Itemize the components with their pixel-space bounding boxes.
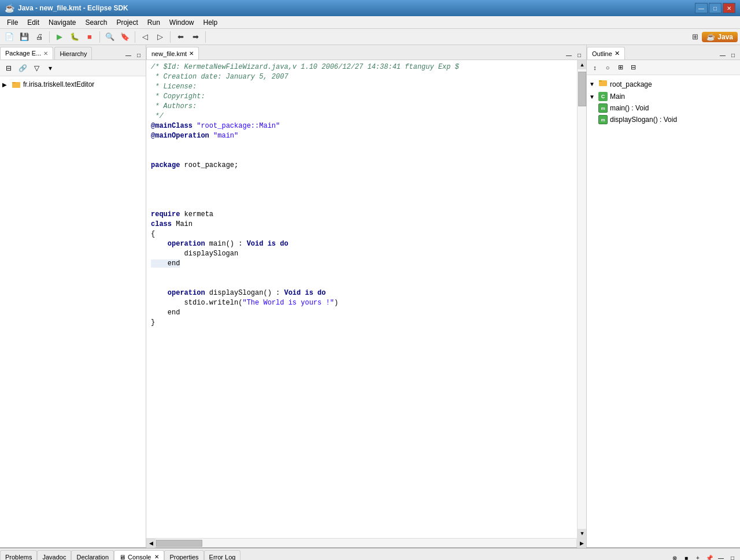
outline-method-main[interactable]: m main() : Void [587,102,740,114]
outline-collapse-btn[interactable]: ⊟ [627,62,639,73]
main-class-icon: C [598,92,608,101]
main-class-label: Main [610,92,625,101]
method-ds-icon: m [598,115,608,124]
pkg-explorer-label: Package E... [5,50,41,57]
tab-javadoc[interactable]: Javadoc [37,550,71,560]
menu-edit[interactable]: Edit [23,17,44,28]
hscroll-thumb[interactable] [156,540,202,547]
title-text: Java - new_file.kmt - Eclipse SDK [18,4,691,12]
scroll-down-btn[interactable]: ▼ [578,529,586,538]
outline-main-class[interactable]: ▼ C Main [587,91,740,102]
tb-run-button[interactable]: ▶ [53,31,66,43]
method-main-icon: m [598,103,608,113]
left-panel: Package E... ✕ Hierarchy — □ ⊟ 🔗 ▽ ▾ ▶ [0,45,146,547]
titlebar: ☕ Java - new_file.kmt - Eclipse SDK — □ … [0,0,740,16]
editor-hscrollbar[interactable]: ◀ ▶ [146,538,586,547]
main-container: Package E... ✕ Hierarchy — □ ⊟ 🔗 ▽ ▾ ▶ [0,45,740,547]
scroll-track[interactable] [578,69,586,529]
tab-outline[interactable]: Outline ✕ [587,47,625,60]
menu-window[interactable]: Window [165,17,199,28]
outline-maximize-btn[interactable]: □ [728,50,738,60]
menu-navigate[interactable]: Navigate [44,17,80,28]
editor-maximize-btn[interactable]: □ [575,50,584,60]
outline-sort-btn[interactable]: ↕ [589,62,601,73]
tb-debug-button[interactable]: 🐛 [68,31,82,43]
scroll-thumb[interactable] [578,72,586,106]
console-icon: 🖥 [119,554,125,561]
app-icon: ☕ [5,3,14,13]
hscroll-track[interactable] [156,539,577,547]
hscroll-right-btn[interactable]: ▶ [577,539,586,548]
right-panel: Outline ✕ — □ ↕ ○ ⊞ ⊟ ▼ [587,45,740,547]
tb-new-button[interactable]: 📄 [2,31,16,43]
editor-minimize-btn[interactable]: — [564,50,574,60]
tb-nav-fwd[interactable]: ➡ [188,31,202,43]
menu-help[interactable]: Help [199,17,223,28]
tb-bookmark-button[interactable]: 🔖 [118,31,132,43]
minimize-left-btn[interactable]: — [124,50,133,60]
editor-tab-close-btn[interactable]: ✕ [189,50,194,57]
tab-error-log[interactable]: Error Log [204,550,241,560]
menubar: File Edit Navigate Search Project Run Wi… [0,16,740,29]
java-icon: ☕ [706,33,715,41]
tb-nav-back[interactable]: ⬅ [173,31,187,43]
tab-new-file-kmt[interactable]: new_file.kmt ✕ [146,47,199,60]
tab-package-explorer[interactable]: Package E... ✕ [0,47,53,60]
tb-stop-button[interactable]: ■ [83,31,97,43]
outline-expand-btn[interactable]: ⊞ [615,62,626,73]
pkg-collapse-btn[interactable]: ⊟ [2,62,15,74]
tab-declaration[interactable]: Declaration [71,550,114,560]
menu-project[interactable]: Project [112,17,142,28]
pkg-explorer-close[interactable]: ✕ [43,50,48,57]
menu-search[interactable]: Search [80,17,112,28]
tb-perspective-btn[interactable]: ⊞ [688,31,702,43]
console-label: Console [128,554,151,561]
bottom-minimize-btn[interactable]: — [716,552,726,560]
pkg-link-btn[interactable]: 🔗 [16,62,29,74]
tab-properties[interactable]: Properties [164,550,204,560]
outline-tab-close[interactable]: ✕ [615,50,620,57]
editor-vscrollbar[interactable]: ▲ ▼ [577,60,586,538]
tb-print-button[interactable]: 🖨 [32,31,46,43]
console-new-btn[interactable]: + [693,552,703,560]
editor-panel-controls: — □ [564,50,586,60]
tab-hierarchy[interactable]: Hierarchy [54,47,92,60]
outline-minimize-btn[interactable]: — [718,50,727,60]
tree-root-item[interactable]: ▶ fr.irisa.triskell.textEditor [0,79,146,90]
console-clear-btn[interactable]: ⊗ [669,552,680,560]
outline-hide-btn[interactable]: ○ [602,62,613,73]
tab-console[interactable]: 🖥 Console ✕ [114,550,164,560]
method-main-arrow [589,105,596,112]
java-perspective-badge[interactable]: ☕ Java [702,32,738,42]
tab-problems[interactable]: Problems [0,550,37,560]
tb-forward-button[interactable]: ▷ [153,31,167,43]
scroll-up-btn[interactable]: ▲ [578,60,586,69]
outline-root-package[interactable]: ▼ root_package [587,77,740,91]
pkg-filter-btn[interactable]: ▽ [30,62,43,74]
java-label: Java [717,33,733,41]
console-pin-btn[interactable]: 📌 [704,552,715,560]
code-editor[interactable]: /* $Id: KermetaNewFileWizard.java,v 1.10… [146,60,577,538]
outline-toolbar: ↕ ○ ⊞ ⊟ [587,60,740,75]
menu-run[interactable]: Run [143,17,165,28]
outline-controls: — □ [718,50,740,60]
outline-method-display-slogan[interactable]: m displaySlogan() : Void [587,114,740,125]
left-panel-tabs: Package E... ✕ Hierarchy — □ [0,45,146,60]
menu-file[interactable]: File [2,17,23,28]
tb-search-button[interactable]: 🔍 [103,31,117,43]
editor-tabs: new_file.kmt ✕ — □ [146,45,586,60]
console-stop-btn[interactable]: ■ [681,552,691,560]
maximize-left-btn[interactable]: □ [134,50,143,60]
close-button[interactable]: ✕ [723,3,735,13]
hscroll-left-btn[interactable]: ◀ [146,539,156,548]
pkg-menu-btn[interactable]: ▾ [44,62,57,74]
bottom-maximize-btn[interactable]: □ [727,552,738,560]
tb-back-button[interactable]: ◁ [138,31,152,43]
editor-tab-label: new_file.kmt [151,50,187,57]
console-close[interactable]: ✕ [154,554,159,560]
minimize-button[interactable]: — [695,3,708,13]
maximize-button[interactable]: □ [709,3,722,13]
method-ds-label: displaySlogan() : Void [610,116,677,124]
left-panel-controls: — □ [124,50,146,60]
tb-save-button[interactable]: 💾 [17,31,31,43]
